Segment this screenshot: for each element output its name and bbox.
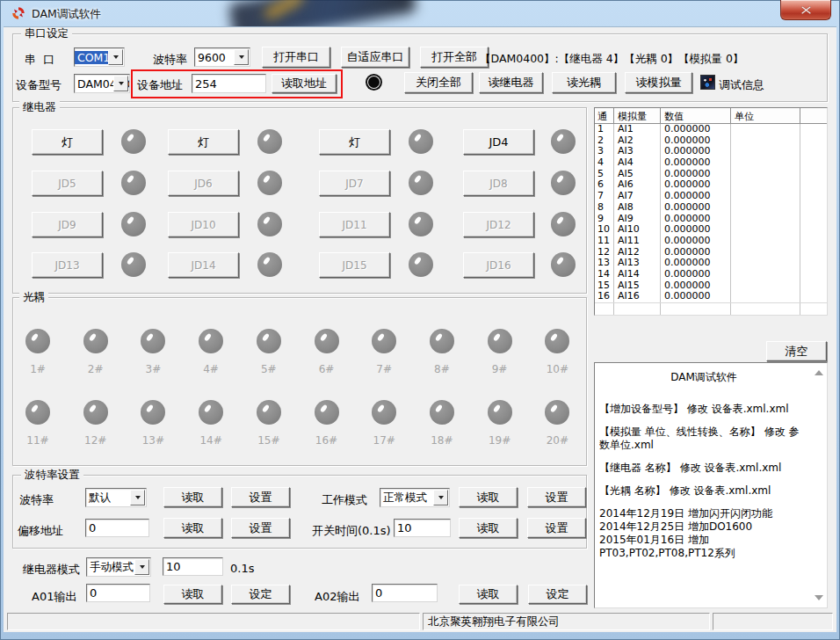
- relay-button-1[interactable]: 灯: [32, 129, 103, 155]
- relay-led-9: [121, 212, 146, 236]
- offset-address-label: 偏移地址: [18, 523, 63, 539]
- relay-button-3[interactable]: 灯: [319, 129, 390, 155]
- relay-led-8: [551, 171, 576, 195]
- analog-row-9[interactable]: 9AI90.000000: [595, 214, 827, 225]
- work-mode-dropdown-icon[interactable]: [433, 490, 448, 505]
- baud-read-button[interactable]: 读取: [163, 487, 222, 507]
- analog-row-15[interactable]: 15AI150.000000: [595, 280, 827, 292]
- relay-mode-dropdown-icon[interactable]: [134, 559, 149, 575]
- work-mode-read-button[interactable]: 读取: [459, 487, 518, 507]
- analog-cell: AI4: [614, 157, 661, 169]
- analog-row-2[interactable]: 2AI20.000000: [595, 135, 827, 147]
- close-all-button[interactable]: 关闭全部: [404, 72, 473, 93]
- analog-row-14[interactable]: 14AI140.000000: [595, 269, 827, 280]
- work-mode-select[interactable]: 正常模式: [380, 488, 450, 507]
- analog-cell: [731, 280, 800, 292]
- analog-table-header: 通模拟量数值单位: [595, 108, 827, 124]
- debug-info-label: 调试信息: [719, 77, 764, 93]
- com-port-dropdown-icon[interactable]: [108, 49, 123, 65]
- analog-cell: AI3: [614, 146, 661, 157]
- analog-cell: [731, 124, 800, 135]
- scroll-down-icon[interactable]: [815, 595, 823, 600]
- offset-set-button[interactable]: 设置: [231, 518, 290, 538]
- baud-rate-dropdown-icon[interactable]: [234, 49, 249, 65]
- analog-col-header-1[interactable]: 模拟量: [614, 108, 661, 123]
- relay-led-16: [551, 252, 576, 277]
- analog-cell: [800, 169, 827, 180]
- opto-label-3: 3#: [134, 363, 172, 375]
- opto-led-2: [83, 329, 108, 353]
- analog-cell: [800, 214, 827, 225]
- open-serial-button[interactable]: 打开串口: [262, 47, 330, 68]
- analog-cell: AI9: [614, 214, 661, 225]
- baud-setting-select[interactable]: 默认: [85, 488, 147, 507]
- relay-led-14: [257, 252, 282, 277]
- device-address-input[interactable]: [192, 74, 266, 93]
- app-icon: [11, 6, 25, 20]
- analog-row-4[interactable]: 4AI40.000000: [595, 157, 827, 169]
- analog-cell: AI2: [614, 135, 661, 147]
- opto-label-20: 20#: [538, 434, 576, 447]
- ao2-read-button[interactable]: 读取: [459, 585, 518, 604]
- baud-set-button[interactable]: 设置: [231, 487, 290, 507]
- analog-cell: AI12: [614, 247, 661, 258]
- relay-mode-select[interactable]: 手动模式: [86, 557, 151, 577]
- read-opto-button[interactable]: 读光耦: [552, 72, 616, 93]
- flash-time-input[interactable]: [163, 557, 223, 576]
- analog-cell: 6: [595, 179, 614, 191]
- analog-row-10[interactable]: 10AI100.000000: [595, 224, 827, 236]
- scroll-up-icon[interactable]: [815, 370, 823, 375]
- analog-row-13[interactable]: 13AI130.000000: [595, 258, 827, 269]
- ao2-set-button[interactable]: 设定: [528, 585, 587, 604]
- switch-time-read-button[interactable]: 读取: [459, 518, 518, 538]
- read-relay-button[interactable]: 读继电器: [479, 72, 543, 93]
- switch-time-input[interactable]: [394, 519, 451, 537]
- analog-row-6[interactable]: 6AI60.000000: [595, 179, 827, 191]
- clear-button[interactable]: 清空: [766, 341, 827, 361]
- analog-cell: 1: [595, 124, 614, 135]
- ao1-set-button[interactable]: 设定: [231, 585, 290, 604]
- read-analog-button[interactable]: 读模拟量: [625, 72, 692, 93]
- switch-time-set-button[interactable]: 设置: [527, 518, 586, 538]
- offset-address-input[interactable]: [85, 519, 149, 537]
- analog-row-5[interactable]: 5AI50.000000: [595, 169, 827, 180]
- analog-cell: [800, 157, 827, 169]
- ao1-output-input[interactable]: [86, 584, 150, 602]
- ao2-output-input[interactable]: [372, 584, 438, 602]
- analog-cell: [800, 236, 827, 247]
- relay-button-4[interactable]: JD4: [463, 129, 534, 155]
- analog-col-header-3[interactable]: 单位: [731, 108, 800, 123]
- analog-row-7[interactable]: 7AI70.000000: [595, 191, 827, 202]
- info-line-1: DAM调试软件: [599, 370, 808, 385]
- analog-col-header-0[interactable]: 通: [595, 108, 614, 123]
- analog-col-header-4[interactable]: [800, 108, 827, 123]
- analog-col-header-2[interactable]: 数值: [661, 108, 731, 123]
- debug-info-icon[interactable]: [700, 75, 715, 90]
- analog-row-16[interactable]: 16AI160.000000: [595, 291, 827, 302]
- device-model-select[interactable]: DAM0400: [74, 74, 130, 93]
- analog-row-1[interactable]: 1AI10.000000: [595, 124, 827, 135]
- opto-led-12: [83, 400, 108, 425]
- app-window: DAM调试软件 串口设定 串 口 COM1 波特率 9600 打开串口 自适应串…: [0, 0, 840, 640]
- analog-cell: AI5: [614, 169, 661, 180]
- adaptive-serial-button[interactable]: 自适应串口: [341, 47, 409, 68]
- device-model-dropdown-icon[interactable]: [113, 76, 128, 91]
- com-port-select[interactable]: COM1: [74, 47, 125, 67]
- offset-read-button[interactable]: 读取: [163, 518, 222, 538]
- analog-table[interactable]: 通模拟量数值单位 1AI10.0000002AI20.0000003AI30.0…: [594, 107, 828, 316]
- analog-row-12[interactable]: 12AI120.000000: [595, 247, 827, 258]
- open-all-button[interactable]: 打开全部: [420, 47, 489, 68]
- analog-row-3[interactable]: 3AI30.000000: [595, 146, 827, 157]
- analog-row-11[interactable]: 11AI110.000000: [595, 236, 827, 247]
- info-box[interactable]: DAM调试软件【增加设备型号】 修改 设备表.xml.xml【模拟量 单位、线性…: [594, 362, 828, 608]
- relay-button-2[interactable]: 灯: [168, 129, 239, 155]
- ao1-read-button[interactable]: 读取: [163, 585, 222, 604]
- work-mode-set-button[interactable]: 设置: [527, 487, 586, 507]
- read-address-button[interactable]: 读取地址: [272, 74, 337, 93]
- relay-button-8: JD8: [463, 171, 534, 196]
- baud-rate-select[interactable]: 9600: [194, 47, 250, 67]
- opto-label-8: 8#: [423, 363, 461, 375]
- close-button[interactable]: [780, 0, 831, 20]
- baud-setting-dropdown-icon[interactable]: [130, 490, 145, 505]
- analog-row-8[interactable]: 8AI80.000000: [595, 202, 827, 214]
